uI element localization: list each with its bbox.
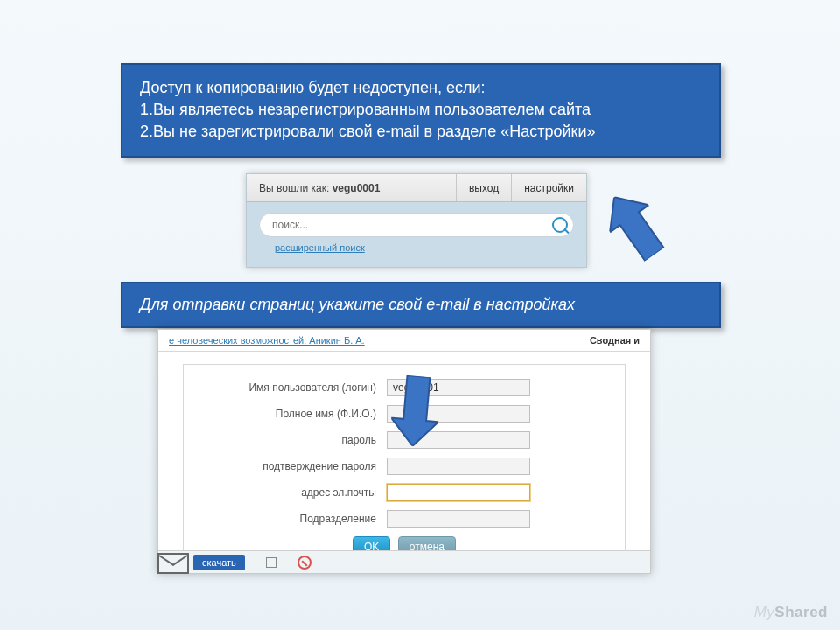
arrow-to-settings-icon xyxy=(595,184,674,269)
advanced-search-link[interactable]: расширенный поиск xyxy=(275,242,365,253)
bottom-toolbar: скачать xyxy=(158,550,650,573)
email-field[interactable] xyxy=(387,484,530,501)
envelope-icon xyxy=(158,553,189,574)
info-callout-access: Доступ к копированию будет недоступен, е… xyxy=(121,63,721,158)
callout-line2: 2.Вы не зарегистрировали свой e-mail в р… xyxy=(140,121,702,143)
breadcrumb-left: е человеческих возможностей: Аникин Б. А… xyxy=(169,335,365,346)
svg-marker-1 xyxy=(389,374,443,448)
checkbox[interactable] xyxy=(266,557,276,568)
dept-label: Подразделение xyxy=(203,513,387,525)
fullname-label: Полное имя (Ф.И.О.) xyxy=(203,408,387,420)
download-button[interactable]: скачать xyxy=(193,555,245,570)
search-box xyxy=(259,213,574,237)
logged-prefix: Вы вошли как: xyxy=(259,182,332,194)
password-label: пароль xyxy=(203,434,387,446)
confirm-password-field[interactable] xyxy=(387,458,530,475)
callout2-text: Для отправки страниц укажите свой e-mail… xyxy=(140,296,575,313)
search-area: расширенный поиск xyxy=(247,202,586,258)
callout-line1: 1.Вы являетесь незарегистрированным поль… xyxy=(140,99,702,121)
breadcrumb-right: Сводная и xyxy=(590,335,640,346)
email-label: адрес эл.почты xyxy=(203,486,387,499)
logged-username: vegu0001 xyxy=(332,182,381,194)
topbar-header: Вы вошли как: vegu0001 выход настройки xyxy=(247,174,586,202)
callout-title: Доступ к копированию будет недоступен, е… xyxy=(140,77,702,99)
svg-marker-0 xyxy=(595,184,674,269)
topbar-panel: Вы вошли как: vegu0001 выход настройки р… xyxy=(246,173,587,268)
watermark: MyShared xyxy=(754,604,828,621)
confirm-password-label: подтверждение пароля xyxy=(203,460,387,472)
watermark-text: Shared xyxy=(774,604,828,620)
dept-field[interactable] xyxy=(387,510,530,528)
login-label: Имя пользователя (логин) xyxy=(203,382,387,394)
arrow-to-email-icon xyxy=(389,374,443,448)
deny-icon xyxy=(298,556,312,570)
logout-button[interactable]: выход xyxy=(456,174,511,201)
search-input[interactable] xyxy=(272,219,552,231)
settings-form-panel: е человеческих возможностей: Аникин Б. А… xyxy=(158,329,651,574)
info-callout-email: Для отправки страниц укажите свой e-mail… xyxy=(121,282,721,328)
search-icon[interactable] xyxy=(552,217,568,233)
settings-button[interactable]: настройки xyxy=(511,174,586,201)
logged-in-as: Вы вошли как: vegu0001 xyxy=(247,182,456,194)
breadcrumb: е человеческих возможностей: Аникин Б. А… xyxy=(158,330,650,352)
